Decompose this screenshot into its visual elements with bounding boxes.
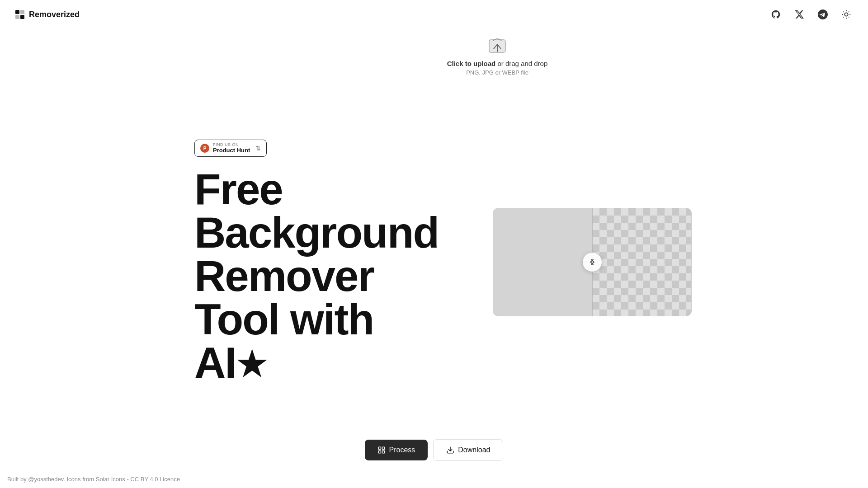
- svg-rect-8: [378, 451, 381, 453]
- ph-name-label: Product Hunt: [213, 147, 250, 154]
- nav-icons: [769, 7, 854, 22]
- process-button[interactable]: Process: [365, 440, 428, 460]
- left-side: P FIND US ON Product Hunt ⇅ Free Backgro…: [194, 140, 439, 385]
- bottom-bar: Process Download: [0, 439, 868, 461]
- hero-line2: Background: [194, 208, 439, 257]
- upload-subtext: PNG, JPG or WEBP file: [466, 69, 528, 76]
- footer: Built by @yossthedev. Icons from Solar I…: [7, 476, 180, 483]
- hero-line4: Tool with: [194, 295, 373, 343]
- ai-star-icon: ✭: [238, 348, 264, 381]
- svg-rect-2: [15, 15, 19, 19]
- comparison-original: [493, 208, 592, 316]
- comparison-slider-handle[interactable]: [582, 252, 602, 272]
- upload-icon: [487, 36, 507, 56]
- upload-zone[interactable]: Click to upload or drag and drop PNG, JP…: [362, 27, 633, 85]
- svg-rect-6: [378, 447, 381, 449]
- download-button[interactable]: Download: [433, 439, 503, 461]
- logo[interactable]: Removerized: [14, 9, 80, 20]
- hero-line5: AI ✭: [194, 341, 264, 385]
- github-icon: [771, 9, 781, 19]
- hero-line1: Free: [194, 165, 283, 213]
- comparison-processed: [592, 208, 691, 316]
- right-side: [493, 208, 692, 316]
- svg-rect-0: [15, 10, 19, 14]
- upload-text: Click to upload or drag and drop: [447, 60, 548, 67]
- footer-text: Built by @yossthedev. Icons from Solar I…: [7, 476, 180, 483]
- svg-point-4: [844, 13, 848, 16]
- image-comparison[interactable]: [493, 208, 692, 316]
- github-button[interactable]: [769, 7, 783, 22]
- svg-rect-1: [20, 10, 24, 14]
- twitter-icon: [794, 9, 804, 19]
- telegram-button[interactable]: [816, 7, 830, 22]
- svg-rect-7: [382, 447, 384, 449]
- logo-icon: [14, 9, 25, 20]
- download-icon: [446, 446, 454, 454]
- theme-button[interactable]: [839, 7, 854, 22]
- logo-text: Removerized: [29, 10, 80, 19]
- hero-line3: Remover: [194, 252, 374, 300]
- product-hunt-icon: P: [200, 144, 209, 153]
- process-icon: [377, 446, 386, 454]
- telegram-icon: [818, 9, 828, 19]
- svg-rect-9: [382, 451, 384, 453]
- comparison-arrows-icon: [587, 257, 597, 267]
- theme-icon: [841, 9, 851, 19]
- svg-rect-3: [20, 15, 24, 19]
- product-hunt-badge[interactable]: P FIND US ON Product Hunt ⇅: [194, 140, 267, 157]
- ph-arrow: ⇅: [255, 145, 261, 152]
- navbar: Removerized: [0, 0, 868, 29]
- twitter-button[interactable]: [792, 7, 807, 22]
- ph-text-area: FIND US ON Product Hunt: [213, 143, 250, 154]
- hero-title: Free Background Remover Tool with AI ✭: [194, 168, 439, 385]
